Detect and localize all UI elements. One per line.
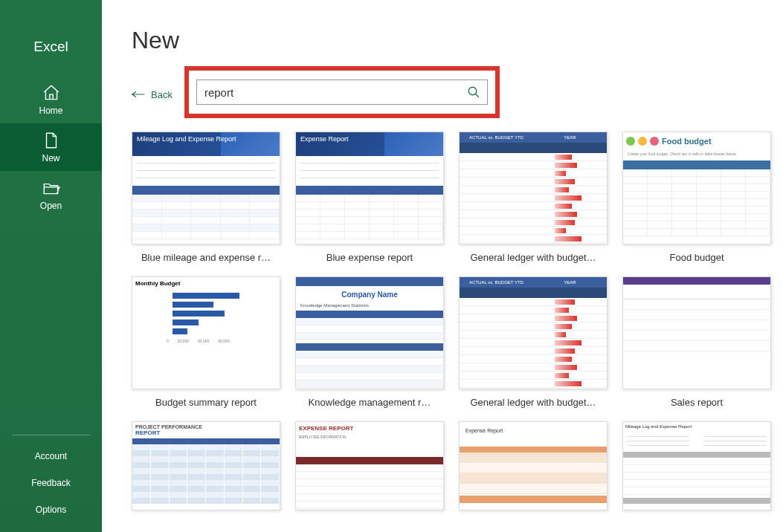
back-arrow-icon [132,90,145,99]
template-thumb: Mileage Log and Expense Report [622,421,771,510]
link-feedback[interactable]: Feedback [0,470,102,496]
sidebar-bottom: Account Feedback Options [0,435,102,523]
search-box [196,80,488,105]
template-thumb: Expense Report [459,421,608,510]
thumb-title: Mileage Log and Expense Report [137,135,236,143]
search-icon [467,85,480,99]
thumb-line1: PROJECT PERFORMANCE [135,424,202,429]
template-thumb: EXPENSE REPORT EMPLOYEE INFORMATION [295,421,444,510]
template-ledger-1[interactable]: ACTUAL vs. BUDGET YTDYEAR General ledge [459,132,608,263]
nav-new-label: New [42,153,59,163]
search-input[interactable] [197,86,460,99]
link-account[interactable]: Account [0,443,102,470]
template-thumb: ACTUAL vs. BUDGET YTDYEAR [459,276,608,389]
template-thumb: ACTUAL vs. BUDGET YTDYEAR [459,132,608,244]
thumb-title: ACTUAL vs. BUDGET YTD [460,277,533,288]
template-thumb: Food budget Create your food budget. Che… [622,132,771,244]
thumb-title: Company Name [296,291,443,299]
template-label: Blue mileage and expense r… [141,252,271,263]
nav-home-label: Home [39,106,62,116]
template-grid: Mileage Log and Expense Report Blue mile… [132,132,765,510]
home-icon [42,83,61,103]
thumb-line2: REPORT [135,429,160,436]
new-file-icon [42,131,61,150]
template-label: General ledger with budget… [470,397,596,408]
template-label: Budget summary report [155,397,257,408]
page-title: New [132,27,765,54]
back-label: Back [151,89,173,100]
template-expense-peach[interactable]: Expense Report [459,421,608,510]
thumb-title: Monthly Budget [132,277,280,290]
brand-label: Excel [0,39,102,55]
template-sales-report[interactable]: Sales report [622,276,771,408]
template-thumb: Mileage Log and Expense Report [132,132,280,244]
template-thumb: PROJECT PERFORMANCEREPORT [132,421,280,510]
template-label: General ledger with budget… [470,252,596,263]
thumb-title: EXPENSE REPORT [296,422,443,435]
template-knowledge-mgmt[interactable]: Company Name Knowledge Management Statis… [295,276,444,408]
thumb-title: Expense Report [300,135,349,143]
template-thumb: Company Name Knowledge Management Statis… [295,276,444,389]
nav-new[interactable]: New [0,123,102,171]
template-project-perf[interactable]: PROJECT PERFORMANCEREPORT [132,421,280,510]
template-thumb [622,276,771,389]
template-thumb: Expense Report [295,132,444,244]
thumb-year: YEAR [533,132,607,143]
nav-open-label: Open [40,201,62,211]
thumb-subtitle: Knowledge Management Statistics [296,303,443,308]
backstage-sidebar: Excel Home New Open Account Feedback Opt… [0,0,102,532]
thumb-title: Mileage Log and Expense Report [623,422,770,431]
template-label: Food budget [669,252,724,263]
svg-point-0 [468,87,477,95]
template-label: Blue expense report [326,252,413,263]
nav-open[interactable]: Open [0,171,102,218]
sidebar-divider [12,435,90,435]
thumb-title: Expense Report [463,425,506,436]
template-blue-expense[interactable]: Expense Report Blue expense report [295,132,444,263]
nav-items: Home New Open [0,76,102,218]
back-link[interactable]: Back [132,85,173,100]
main-panel: New Back Mileage Log and Expense Report [102,0,783,532]
thumb-title: ACTUAL vs. BUDGET YTD [460,132,533,143]
template-expense-red[interactable]: EXPENSE REPORT EMPLOYEE INFORMATION [295,421,444,510]
template-label: Sales report [671,397,723,408]
search-row: Back [132,66,765,118]
template-food-budget[interactable]: Food budget Create your food budget. Che… [622,132,771,263]
thumb-title: Food budget [662,137,712,146]
open-folder-icon [42,178,61,198]
template-ledger-2[interactable]: ACTUAL vs. BUDGET YTDYEAR General ledge [459,276,608,408]
search-button[interactable] [460,80,487,104]
thumb-year: YEAR [533,277,607,288]
template-thumb: Monthly Budget 020,00040,00060,000 [132,276,280,389]
nav-home[interactable]: Home [0,76,102,123]
link-options[interactable]: Options [0,496,102,523]
search-highlight-box [184,66,500,118]
template-label: Knowledge management r… [309,397,431,408]
template-budget-summary[interactable]: Monthly Budget 020,00040,00060,000 Budge… [132,276,280,408]
template-mileage-plain[interactable]: Mileage Log and Expense Report [622,421,771,510]
template-blue-mileage[interactable]: Mileage Log and Expense Report Blue mile… [132,132,280,263]
